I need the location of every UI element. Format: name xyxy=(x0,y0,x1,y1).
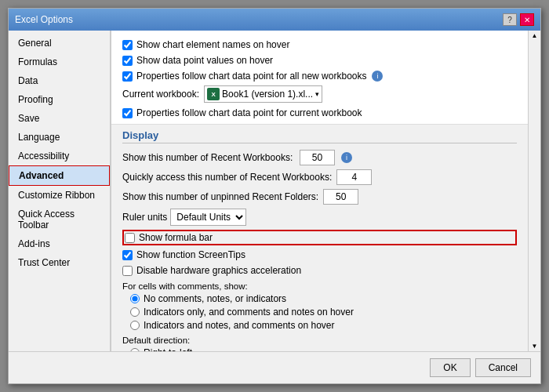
close-button[interactable]: ✕ xyxy=(520,13,534,26)
current-workbook-value: Book1 (version 1).xl... xyxy=(222,89,313,100)
content-area: Show chart element names on hover Show d… xyxy=(111,31,528,351)
checkbox-properties-workbook[interactable] xyxy=(122,108,133,118)
checkbox-data-point-values[interactable] xyxy=(122,56,133,66)
radio-indicators-only: Indicators only, and comments and notes … xyxy=(122,307,517,318)
ruler-label: Ruler units xyxy=(122,212,167,223)
radio-indicators-notes: Indicators and notes, and comments on ho… xyxy=(122,320,517,331)
info-icon-properties[interactable]: i xyxy=(372,71,383,82)
check-row-chart-names: Show chart element names on hover xyxy=(122,38,517,51)
radio-input-indicators-only[interactable] xyxy=(130,307,140,317)
sidebar-item-save[interactable]: Save xyxy=(9,109,110,128)
label-chart-names: Show chart element names on hover xyxy=(136,39,289,50)
checkbox-formula-bar[interactable] xyxy=(125,233,135,243)
check-row-hardware: Disable hardware graphics acceleration xyxy=(122,264,517,277)
check-row-properties-follow: Properties follow chart data point for a… xyxy=(122,70,517,82)
label-recent-folders: Show this number of unpinned Recent Fold… xyxy=(122,191,318,202)
display-section-header: Display xyxy=(122,129,517,143)
field-row-quick-access: Quickly access this number of Recent Wor… xyxy=(122,169,517,185)
checkbox-screentips[interactable] xyxy=(122,250,133,260)
sidebar-item-data[interactable]: Data xyxy=(9,71,110,90)
excel-options-dialog: Excel Options ? ✕ General Formulas Data … xyxy=(8,8,541,384)
sidebar-item-accessibility[interactable]: Accessibility xyxy=(9,147,110,165)
sidebar-item-quick-access[interactable]: Quick Access Toolbar xyxy=(9,205,110,234)
check-row-formula-bar: Show formula bar xyxy=(122,230,517,245)
label-properties-workbook: Properties follow chart data point for c… xyxy=(136,107,362,118)
checkbox-chart-names[interactable] xyxy=(122,40,133,50)
label-recent-workbooks: Show this number of Recent Workbooks: xyxy=(122,152,295,163)
label-data-point-values: Show data point values on hover xyxy=(136,55,273,66)
excel-icon: X xyxy=(207,88,220,100)
label-formula-bar: Show formula bar xyxy=(139,232,213,243)
label-no-comments: No comments, notes, or indicators xyxy=(144,293,286,304)
field-row-recent-workbooks: Show this number of Recent Workbooks: i xyxy=(122,150,517,165)
scrollbar-down-icon[interactable]: ▼ xyxy=(532,343,538,350)
check-row-data-point-values: Show data point values on hover xyxy=(122,54,517,67)
label-indicators-only: Indicators only, and comments and notes … xyxy=(144,307,354,318)
label-hardware: Disable hardware graphics acceleration xyxy=(136,265,301,276)
direction-label: Default direction: xyxy=(122,336,517,345)
label-quick-access: Quickly access this number of Recent Wor… xyxy=(122,172,332,183)
ruler-select[interactable]: Default Units xyxy=(170,209,246,226)
input-quick-access[interactable] xyxy=(336,169,372,185)
title-bar: Excel Options ? ✕ xyxy=(9,9,540,31)
ruler-row: Ruler units Default Units xyxy=(122,209,517,226)
label-properties-follow: Properties follow chart data point for a… xyxy=(136,71,366,82)
title-bar-buttons: ? ✕ xyxy=(503,13,534,26)
info-icon-recent[interactable]: i xyxy=(341,152,352,163)
help-button[interactable]: ? xyxy=(503,13,517,26)
scrollbar-up-icon[interactable]: ▲ xyxy=(532,32,538,39)
workbook-dropdown-icon: ▾ xyxy=(315,90,319,98)
scrollbar[interactable]: ▲ ▼ xyxy=(528,31,540,351)
dialog-body: General Formulas Data Proofing Save Lang… xyxy=(9,31,540,351)
field-row-recent-folders: Show this number of unpinned Recent Fold… xyxy=(122,189,517,205)
sidebar-item-language[interactable]: Language xyxy=(9,128,110,147)
sidebar-item-add-ins[interactable]: Add-ins xyxy=(9,234,110,253)
display-section: Display Show this number of Recent Workb… xyxy=(111,124,528,351)
current-workbook-label: Current workbook: xyxy=(122,89,199,100)
comments-label: For cells with comments, show: xyxy=(122,281,517,291)
input-recent-folders[interactable] xyxy=(323,189,358,205)
sidebar-item-advanced[interactable]: Advanced xyxy=(9,165,110,186)
label-screentips: Show function ScreenTips xyxy=(136,249,245,260)
current-workbook-row: Current workbook: X Book1 (version 1).xl… xyxy=(122,85,517,103)
checkbox-hardware[interactable] xyxy=(122,266,133,276)
sidebar-item-proofing[interactable]: Proofing xyxy=(9,90,110,109)
cancel-button[interactable]: Cancel xyxy=(475,358,531,377)
current-workbook-select[interactable]: X Book1 (version 1).xl... ▾ xyxy=(204,85,322,103)
radio-input-indicators-notes[interactable] xyxy=(130,321,140,330)
radio-input-no-comments[interactable] xyxy=(130,294,140,303)
sidebar-item-general[interactable]: General xyxy=(9,34,110,53)
top-checkboxes-section: Show chart element names on hover Show d… xyxy=(122,38,517,119)
ok-button[interactable]: OK xyxy=(430,358,470,377)
label-indicators-notes: Indicators and notes, and comments on ho… xyxy=(144,320,334,331)
checkbox-properties-follow[interactable] xyxy=(122,71,133,82)
sidebar: General Formulas Data Proofing Save Lang… xyxy=(9,31,111,351)
dialog-footer: OK Cancel xyxy=(9,351,540,383)
dialog-title: Excel Options xyxy=(15,14,73,25)
sidebar-item-trust-center[interactable]: Trust Center xyxy=(9,253,110,272)
input-recent-workbooks[interactable] xyxy=(300,150,335,165)
sidebar-item-customize-ribbon[interactable]: Customize Ribbon xyxy=(9,186,110,205)
radio-no-comments: No comments, notes, or indicators xyxy=(122,293,517,304)
check-row-screentips: Show function ScreenTips xyxy=(122,249,517,261)
check-row-properties-workbook: Properties follow chart data point for c… xyxy=(122,107,517,119)
sidebar-item-formulas[interactable]: Formulas xyxy=(9,53,110,71)
